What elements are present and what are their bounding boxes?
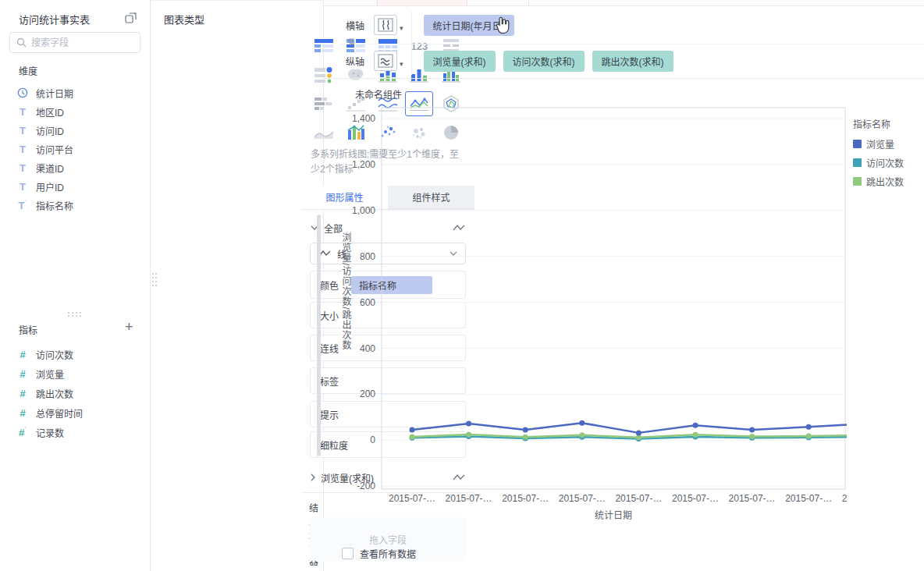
svg-text:1,400: 1,400: [352, 113, 375, 124]
dataset-field-sidebar: 访问统计事实表 维度 统计日期 T 地区ID T 访问ID T 访问平台 T: [0, 0, 151, 571]
legend-item[interactable]: 跳出次数: [853, 175, 904, 188]
legend-swatch: [853, 140, 862, 148]
search-icon: [16, 37, 27, 48]
dimension-item[interactable]: T 访问平台: [0, 140, 151, 158]
legend-title: 指标名称: [853, 117, 904, 130]
dimension-label: 统计日期: [36, 87, 73, 100]
divider: [467, 0, 467, 6]
chart-type-header: 图表类型: [164, 12, 204, 27]
number-field-icon: #: [17, 349, 28, 360]
y-axis-field-chip[interactable]: 访问次数(求和): [503, 51, 585, 72]
svg-text:-200: -200: [357, 481, 375, 491]
svg-text:1,200: 1,200: [352, 159, 375, 170]
dimension-item[interactable]: T 地区ID: [0, 103, 151, 120]
divider: [324, 78, 924, 79]
svg-text:200: 200: [360, 388, 375, 399]
metrics-header: 指标: [19, 323, 37, 336]
y-axis-type-icon[interactable]: [374, 51, 397, 71]
chart-legend: 指标名称 浏览量 访问次数 跳出次数: [853, 117, 904, 188]
text-field-icon: T: [17, 181, 28, 193]
swap-axes-button[interactable]: ⇅: [347, 37, 355, 48]
metric-item[interactable]: #ˈ 记录数: [0, 424, 151, 441]
metric-item[interactable]: # 浏览量: [0, 365, 151, 382]
table-icon[interactable]: [310, 34, 338, 59]
number-field-icon: #: [17, 368, 28, 380]
svg-text:统计日期: 统计日期: [595, 510, 632, 521]
dimension-label: 用户ID: [36, 180, 64, 193]
chevron-right-icon: [311, 473, 315, 481]
legend-item[interactable]: 访问次数: [853, 156, 904, 169]
dimension-item[interactable]: T 用户ID: [0, 178, 151, 195]
metric-label: 记录数: [36, 426, 64, 439]
legend-swatch: [853, 158, 862, 167]
dimension-item[interactable]: T 渠道ID: [0, 159, 151, 176]
scrollbar-thumb[interactable]: [317, 215, 321, 456]
number-field-icon: #: [17, 388, 28, 399]
x-axis-shelf: 横轴 ▾ 统计日期(年月日): [346, 14, 514, 36]
y-axis-field-chip[interactable]: 跳出次数(求和): [592, 51, 673, 72]
dimension-label: 指标名称: [36, 199, 73, 212]
number-field-icon: #: [17, 407, 28, 419]
x-axis-shelf-label: 横轴: [346, 19, 374, 32]
svg-text:2015-07-…: 2015-07-…: [785, 493, 832, 504]
text-field-derived-icon: Tˈ: [17, 199, 28, 211]
view-all-label: 查看所有数据: [360, 547, 416, 560]
svg-text:600: 600: [360, 297, 375, 308]
text-field-icon: T: [17, 162, 28, 174]
clock-icon: [17, 87, 28, 98]
view-all-data-row: 查看所有数据: [342, 547, 416, 560]
search-input[interactable]: [31, 37, 133, 48]
x-axis-type-icon[interactable]: [374, 15, 397, 35]
metric-label: 总停留时间: [36, 406, 83, 420]
metric-label: 跳出次数: [36, 387, 73, 400]
svg-text:2015-07-…: 2015-07-…: [842, 493, 847, 504]
svg-text:2015-07-…: 2015-07-…: [729, 493, 776, 504]
text-field-icon: T: [17, 144, 28, 155]
svg-text:800: 800: [360, 251, 375, 262]
divider: [377, 0, 378, 6]
line-chart[interactable]: 1,4001,2001,0008006004002000-2002015-07-…: [331, 82, 847, 542]
divider: [528, 0, 529, 6]
metric-label: 浏览量: [36, 367, 64, 381]
divider: [340, 44, 924, 44]
dimension-label: 访问平台: [36, 143, 73, 156]
dimension-item[interactable]: T 访问ID: [0, 122, 151, 139]
number-field-derived-icon: #ˈ: [17, 426, 28, 438]
cropped-toolbar-strip: [324, 0, 924, 6]
dimension-item[interactable]: Tˈ 指标名称: [0, 197, 151, 214]
legend-swatch: [853, 177, 862, 186]
dimension-label: 访问ID: [36, 124, 64, 137]
legend-item[interactable]: 浏览量: [853, 137, 904, 151]
metric-item[interactable]: # 跳出次数: [0, 385, 151, 402]
y-axis-field-chip[interactable]: 浏览量(求和): [424, 51, 496, 72]
field-search[interactable]: [9, 32, 140, 53]
svg-text:400: 400: [360, 343, 375, 354]
dimension-label: 渠道ID: [36, 161, 64, 175]
dataset-title: 访问统计事实表: [19, 12, 90, 27]
x-axis-field-chip[interactable]: 统计日期(年月日): [424, 15, 514, 36]
svg-text:2015-07-…: 2015-07-…: [389, 493, 435, 504]
y-axis-shelf: 纵轴 ▾ 浏览量(求和) 访问次数(求和) 跳出次数(求和): [346, 50, 673, 72]
metric-item[interactable]: # 总停留时间: [0, 404, 151, 421]
metric-item[interactable]: # 访问次数: [0, 346, 151, 363]
add-metric-button[interactable]: +: [125, 319, 133, 335]
svg-text:2015-07-…: 2015-07-…: [502, 493, 549, 504]
svg-text:0: 0: [370, 434, 375, 445]
chart-config-panel: 图表类型 123 多系列折线图:需要至少1个维度，至少2个指标: [151, 0, 324, 571]
dropdown-caret-icon[interactable]: ▾: [400, 60, 403, 68]
panel-drag-handle[interactable]: [151, 272, 158, 288]
svg-text:2015-07-…: 2015-07-…: [446, 493, 492, 504]
view-all-checkbox[interactable]: [342, 548, 354, 559]
section-drag-handle[interactable]: [67, 311, 84, 317]
text-field-icon: T: [17, 125, 28, 137]
toolbar-highlight: [377, 0, 467, 5]
dataset-switch-icon[interactable]: [125, 12, 138, 24]
dimensions-header: 维度: [19, 64, 37, 77]
dimension-item[interactable]: 统计日期: [0, 84, 151, 101]
svg-text:2015-07-…: 2015-07-…: [672, 493, 719, 504]
y-axis-shelf-label: 纵轴: [346, 55, 374, 68]
dropdown-caret-icon[interactable]: ▾: [400, 24, 403, 32]
svg-text:2015-07-…: 2015-07-…: [615, 493, 662, 504]
svg-text:2015-07-…: 2015-07-…: [559, 493, 606, 504]
svg-text:1,000: 1,000: [352, 205, 375, 216]
